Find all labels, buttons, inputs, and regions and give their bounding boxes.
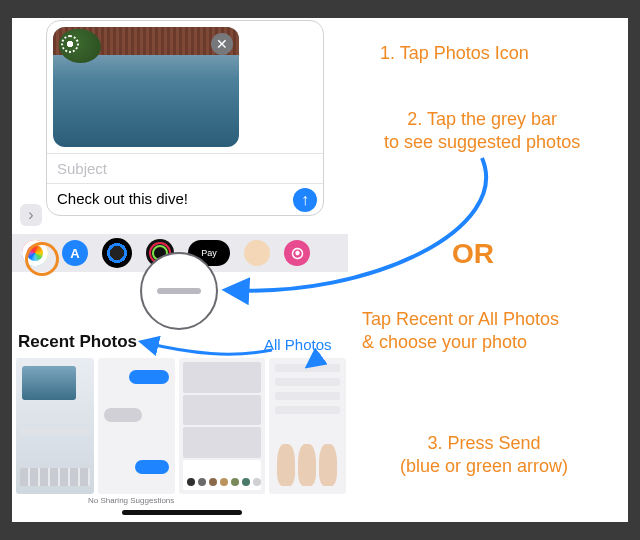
send-button[interactable] — [293, 188, 317, 212]
compose-bubble: ✕ Subject Check out this dive! — [46, 20, 324, 216]
attached-photo[interactable]: ✕ — [53, 27, 239, 147]
photo-thumbnail[interactable] — [179, 358, 265, 494]
annotation-step-1: 1. Tap Photos Icon — [380, 42, 529, 65]
home-indicator[interactable] — [122, 510, 242, 515]
live-photo-icon — [61, 35, 79, 53]
highlight-circle — [25, 242, 59, 276]
photo-thumbnail[interactable] — [98, 358, 176, 494]
annotation-or: OR — [452, 236, 494, 272]
subject-field[interactable]: Subject — [47, 153, 323, 183]
imessage-compose-screen: ✕ Subject Check out this dive! › A Pay ⦿ — [12, 18, 348, 522]
remove-attachment-button[interactable]: ✕ — [211, 33, 233, 55]
drawer-grabber[interactable] — [157, 288, 201, 294]
annotation-step-3: Tap Recent or All Photos & choose your p… — [362, 308, 559, 354]
grabber-highlight — [140, 252, 218, 330]
recent-photos-grid — [16, 358, 346, 494]
message-field[interactable]: Check out this dive! — [47, 183, 323, 215]
recent-photos-heading[interactable]: Recent Photos — [18, 332, 137, 352]
annotation-step-4: 3. Press Send (blue or green arrow) — [400, 432, 568, 478]
color-circles — [187, 478, 261, 486]
no-suggestions-label: No Sharing Suggestions — [88, 496, 174, 505]
annotation-step-2: 2. Tap the grey bar to see suggested pho… — [384, 108, 580, 154]
photo-thumbnail[interactable] — [16, 358, 94, 494]
app-store-icon[interactable]: A — [62, 240, 88, 266]
photo-thumbnail[interactable] — [269, 358, 347, 494]
memoji-app-icon[interactable] — [244, 240, 270, 266]
expand-apps-button[interactable]: › — [20, 204, 42, 226]
message-text: Check out this dive! — [57, 190, 188, 207]
all-photos-link[interactable]: All Photos — [264, 336, 332, 353]
camera-app-icon[interactable] — [102, 238, 132, 268]
more-apps-icon[interactable]: ⦿ — [284, 240, 310, 266]
